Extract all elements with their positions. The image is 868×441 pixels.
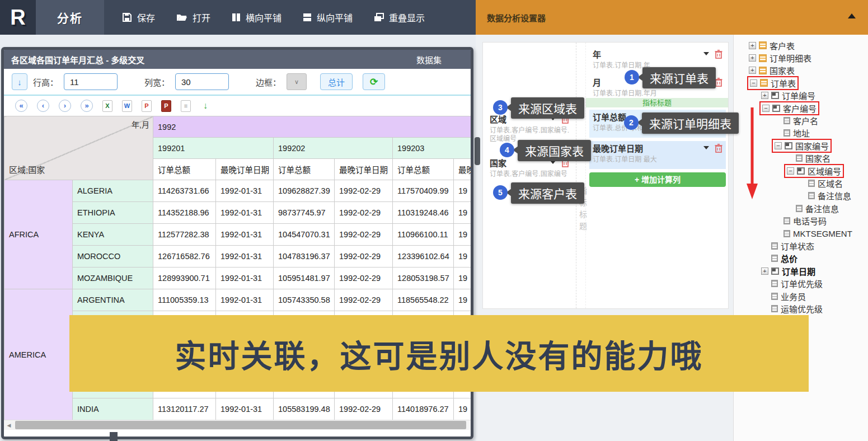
panel-drag-handle-left[interactable]: [475, 137, 480, 165]
tree-item-MKTSEGMENT[interactable]: MKTSEGMENT: [734, 227, 868, 240]
value-cell: 19: [454, 202, 471, 224]
trash-icon[interactable]: [715, 50, 722, 61]
horizontal-scrollbar[interactable]: ◀: [4, 420, 471, 430]
tree-item-业务员[interactable]: 业务员: [734, 290, 868, 302]
toolbar-button-overlap-display[interactable]: 重叠显示: [374, 11, 425, 24]
collapse-minus-icon[interactable]: −: [775, 142, 782, 149]
background-window-edge: [110, 432, 118, 441]
tree-item-content: 国家名: [784, 152, 832, 164]
promo-banner-text: 实时关联，这可是别人没有的能力哦: [175, 331, 703, 376]
first-page-icon[interactable]: «: [15, 100, 27, 112]
toolbar-button-label: 重叠显示: [389, 11, 425, 24]
value-cell: 128053198.57: [393, 268, 454, 289]
dropdown-caret-icon[interactable]: [703, 52, 709, 55]
callout-tooltip-1: 来源订单表: [642, 67, 716, 88]
next-page-icon[interactable]: ›: [59, 100, 71, 112]
preview-icon[interactable]: ≡: [181, 100, 191, 112]
report-window-titlebar[interactable]: 各区域各国订单年月汇总 - 多级交叉 数据集: [4, 50, 471, 69]
last-page-icon[interactable]: »: [81, 100, 93, 112]
logo-r-icon: R: [10, 6, 25, 30]
download-icon[interactable]: ↓: [200, 100, 210, 112]
tab-analysis[interactable]: 分析: [36, 0, 104, 35]
add-calculated-column-button[interactable]: + 增加计算列: [589, 172, 726, 187]
app-logo[interactable]: R: [0, 0, 36, 35]
tree-item-highlight-box: −国家编号: [772, 139, 832, 153]
collapse-minus-icon[interactable]: −: [762, 105, 770, 112]
leaf-icon: [808, 180, 815, 187]
tree-item-label: 订单编号: [782, 90, 815, 101]
country-cell: ARGENTINA: [73, 289, 153, 311]
trash-icon[interactable]: [715, 78, 722, 89]
row-height-input[interactable]: [64, 73, 118, 90]
toolbar-button-tile-horizontal[interactable]: 横向平铺: [232, 11, 281, 24]
tree-item-订单编号[interactable]: +订单编号: [734, 90, 868, 102]
fk-icon: [797, 167, 805, 175]
prev-page-icon[interactable]: ‹: [37, 100, 49, 112]
trash-icon[interactable]: [715, 144, 722, 155]
scrollbar-thumb[interactable]: [15, 421, 466, 429]
expand-plus-icon[interactable]: +: [761, 92, 768, 99]
print-icon[interactable]: P: [161, 100, 171, 112]
tree-item-国家表[interactable]: +国家表: [734, 64, 868, 77]
tree-item-订单明细表[interactable]: +订单明细表: [734, 51, 868, 64]
tree-item-content: 订单优先级: [759, 278, 824, 289]
header-row-year: 年,月区域;国家1992: [4, 116, 471, 138]
value-cell: 117570409.99: [393, 180, 454, 202]
country-cell: INDIA: [73, 398, 153, 420]
tree-item-总价[interactable]: 总价: [734, 252, 868, 265]
export-pdf-icon[interactable]: P: [142, 100, 152, 112]
tree-item-订单状态[interactable]: 订单状态: [734, 240, 868, 252]
metric-title-drop-bar: 指标标题: [586, 98, 728, 107]
tree-item-备注信息[interactable]: 备注信息: [734, 202, 868, 214]
export-word-icon[interactable]: W: [122, 100, 132, 112]
export-excel-icon[interactable]: X: [102, 100, 112, 112]
tree-item-label: 电话号码: [793, 215, 827, 227]
tree-item-content: 业务员: [759, 290, 808, 302]
tree-item-label: 国家编号: [795, 140, 829, 152]
value-cell: 1992-02-29: [335, 246, 393, 268]
tree-item-label: 国家表: [770, 64, 795, 76]
expand-plus-icon[interactable]: +: [749, 54, 756, 62]
value-cell: 1992-02-29: [335, 398, 393, 420]
value-cell: 110966100.11: [393, 224, 454, 246]
callout-tooltip-4: 来源国家表: [518, 140, 591, 161]
expand-plus-icon[interactable]: +: [761, 268, 768, 275]
fk-icon: [771, 92, 779, 99]
expand-plus-icon[interactable]: +: [749, 42, 756, 49]
collapse-minus-icon[interactable]: −: [750, 79, 757, 87]
toolbar-button-tile-vertical[interactable]: 纵向平铺: [303, 11, 353, 24]
expand-plus-icon[interactable]: +: [749, 67, 756, 74]
tree-item-运输优先级[interactable]: 运输优先级: [734, 302, 868, 315]
collapse-minus-icon[interactable]: −: [787, 167, 794, 175]
scroll-left-icon[interactable]: ◀: [5, 421, 13, 429]
tree-item-content: 备注信息: [784, 203, 841, 214]
field-card-latest-order-date[interactable]: 最晚订单日期订单表.订单日期 最大: [589, 141, 726, 169]
border-style-select[interactable]: ∨: [287, 73, 307, 90]
tree-item-电话号码[interactable]: 电话号码: [734, 214, 868, 227]
toolbar-button-label: 纵向平铺: [317, 11, 353, 24]
toolbar-button-open[interactable]: 打开: [176, 11, 210, 24]
col-width-input[interactable]: [175, 73, 229, 90]
callout-tooltip-3: 来源区域表: [511, 97, 584, 119]
value-cell: 104783196.37: [274, 246, 335, 268]
value-cell: 104547070.31: [274, 224, 335, 246]
tree-item-订单表[interactable]: −订单表: [734, 77, 868, 89]
total-button[interactable]: 总计: [320, 73, 353, 90]
table-row: INDIA113120117.271992-01-31105583199.481…: [4, 398, 471, 420]
year-header-cell: 1992: [153, 116, 471, 138]
top-toolbar: R 分析 保存打开横向平铺纵向平铺重叠显示: [0, 0, 476, 35]
value-cell: 19: [454, 180, 471, 202]
value-cell: 19: [454, 268, 471, 289]
refresh-button[interactable]: ⟳: [363, 73, 385, 90]
dataset-window-title[interactable]: 数据集: [416, 54, 442, 65]
value-cell: 105951481.97: [274, 268, 335, 289]
tree-item-content: +订单明细表: [747, 52, 813, 64]
dropdown-caret-icon[interactable]: [703, 146, 709, 149]
tree-item-订单优先级[interactable]: 订单优先级: [734, 277, 868, 289]
collapse-up-icon[interactable]: [848, 13, 856, 18]
value-cell: 1992-01-31: [216, 289, 274, 311]
move-down-button[interactable]: ↓: [12, 73, 27, 90]
tree-item-订单日期[interactable]: +订单日期: [734, 265, 868, 277]
tree-item-客户表[interactable]: +客户表: [734, 39, 868, 51]
toolbar-button-save[interactable]: 保存: [122, 11, 155, 24]
